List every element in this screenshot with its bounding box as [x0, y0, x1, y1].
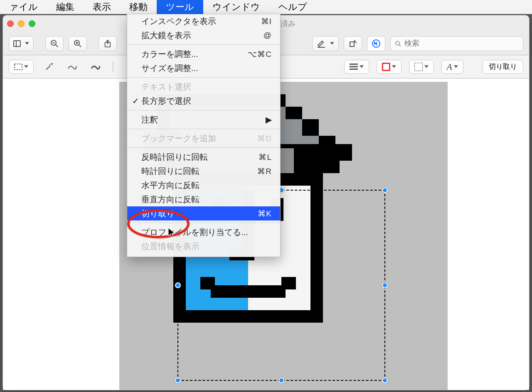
zoom-in-icon — [74, 39, 82, 48]
highlight-button[interactable] — [312, 36, 339, 51]
shape-stroke-button[interactable] — [344, 60, 369, 74]
annotation-red-circle — [127, 209, 190, 238]
menu-item[interactable]: カラーを調整...⌥⌘C — [127, 47, 280, 61]
menu-item-shortcut: ⌘I — [261, 17, 272, 26]
highlight-icon — [317, 39, 326, 48]
wand-icon — [44, 62, 54, 71]
menu-item-label: 水平方向に反転 — [141, 180, 200, 191]
menu-separator — [127, 129, 280, 129]
selection-handle-ne[interactable] — [382, 187, 388, 193]
markup-toggle-button[interactable] — [367, 36, 385, 51]
selection-handle-w[interactable] — [175, 282, 181, 288]
border-swatch-icon — [382, 63, 390, 71]
markup-icon — [372, 39, 381, 48]
menu-item-label: 長方形で選択 — [141, 96, 191, 107]
sidebar-toggle-button[interactable] — [9, 36, 34, 51]
menu-item-shortcut: ⌘D — [257, 134, 272, 143]
search-icon — [395, 40, 401, 47]
selection-handle-e[interactable] — [382, 282, 388, 288]
menu-separator — [127, 110, 280, 110]
draw-button[interactable] — [64, 60, 80, 74]
menu-item[interactable]: 垂直方向に反転 — [127, 192, 280, 206]
pencil-line-icon — [67, 63, 77, 71]
sketch-button[interactable] — [88, 60, 103, 74]
menu-edit[interactable]: 編集 — [47, 0, 84, 14]
crop-button[interactable]: 切り取り — [483, 60, 523, 74]
menu-item-shortcut: ⌥⌘C — [248, 49, 272, 59]
menu-item[interactable]: 水平方向に反転 — [127, 178, 280, 192]
submenu-arrow-icon: ▶ — [266, 115, 272, 125]
chevron-down-icon — [360, 65, 364, 68]
menu-item-shortcut: @ — [264, 31, 272, 40]
pen-line-icon — [91, 63, 101, 71]
text-style-label: A — [447, 61, 452, 72]
menu-item-shortcut: ⌘R — [257, 167, 272, 176]
fill-swatch-icon — [414, 63, 423, 71]
svg-line-15 — [46, 66, 50, 70]
menu-item[interactable]: サイズを調整... — [127, 61, 280, 75]
rotate-button[interactable] — [344, 36, 362, 51]
menu-separator — [127, 147, 280, 148]
svg-line-13 — [399, 44, 401, 46]
chevron-down-icon — [25, 42, 29, 45]
selection-handle-s[interactable] — [278, 377, 284, 383]
check-icon: ✓ — [132, 96, 139, 106]
svg-rect-10 — [350, 42, 354, 47]
menu-window[interactable]: ウインドウ — [203, 0, 269, 14]
selection-tool-button[interactable] — [9, 60, 34, 74]
menu-item-label: 反時計回りに回転 — [141, 152, 208, 163]
text-style-button[interactable]: A — [441, 60, 463, 74]
menu-item: ブックマークを追加⌘D — [127, 131, 280, 145]
search-field[interactable] — [390, 36, 523, 51]
sidebar-icon — [13, 40, 21, 47]
separator — [113, 61, 113, 72]
fill-color-button[interactable] — [409, 60, 434, 74]
crop-button-label: 切り取り — [489, 62, 517, 71]
menu-item-label: 拡大鏡を表示 — [141, 30, 191, 41]
svg-line-1 — [56, 45, 58, 47]
svg-rect-14 — [15, 64, 22, 70]
menu-item-shortcut: ⌘L — [259, 152, 272, 162]
close-window-button[interactable] — [7, 20, 14, 27]
menubar: ァイル 編集 表示 移動 ツール ウインドウ ヘルプ — [0, 0, 532, 14]
chevron-down-icon — [24, 65, 28, 68]
rotate-icon — [349, 39, 357, 48]
menu-item-label: テキスト選択 — [141, 81, 191, 93]
menu-item-label: カラーを調整... — [141, 49, 198, 60]
menu-item-label: 垂直方向に反転 — [141, 194, 200, 205]
instant-alpha-button[interactable] — [41, 60, 57, 74]
mouse-cursor — [168, 228, 175, 238]
menu-item[interactable]: インスペクタを表示⌘I — [127, 14, 280, 28]
zoom-in-button[interactable] — [69, 36, 87, 51]
share-icon — [104, 39, 111, 48]
menu-item[interactable]: 反時計回りに回転⌘L — [127, 150, 280, 164]
share-button[interactable] — [99, 36, 117, 51]
menu-item[interactable]: 注釈▶ — [127, 113, 280, 127]
chevron-down-icon — [424, 65, 429, 68]
menu-item[interactable]: 拡大鏡を表示@ — [127, 28, 280, 42]
menu-view[interactable]: 表示 — [84, 0, 120, 14]
menu-go[interactable]: 移動 — [120, 0, 157, 14]
selection-handle-sw[interactable] — [175, 377, 181, 383]
menu-separator — [127, 44, 280, 45]
border-color-button[interactable] — [377, 60, 401, 74]
zoom-window-button[interactable] — [29, 20, 35, 27]
menu-item[interactable]: 時計回りに回転⌘R — [127, 164, 280, 178]
menu-item: 位置情報を表示 — [127, 239, 280, 253]
menu-item: テキスト選択 — [127, 80, 280, 94]
menu-item[interactable]: ✓長方形で選択 — [127, 94, 280, 108]
menu-item-label: ブックマークを追加 — [141, 133, 216, 144]
menu-separator — [127, 77, 280, 78]
minimize-window-button[interactable] — [18, 20, 25, 27]
search-input[interactable] — [404, 39, 519, 48]
menu-item-label: 位置情報を表示 — [141, 241, 200, 252]
menu-item-label: インスペクタを表示 — [141, 16, 216, 27]
menu-item-label: サイズを調整... — [141, 63, 198, 74]
menu-help[interactable]: ヘルプ — [269, 0, 316, 14]
zoom-out-button[interactable] — [45, 36, 64, 51]
selection-handle-se[interactable] — [382, 377, 388, 383]
menu-file[interactable]: ァイル — [0, 0, 47, 14]
chevron-down-icon — [454, 65, 458, 68]
svg-line-4 — [79, 45, 81, 47]
menu-tools[interactable]: ツール — [157, 0, 203, 14]
